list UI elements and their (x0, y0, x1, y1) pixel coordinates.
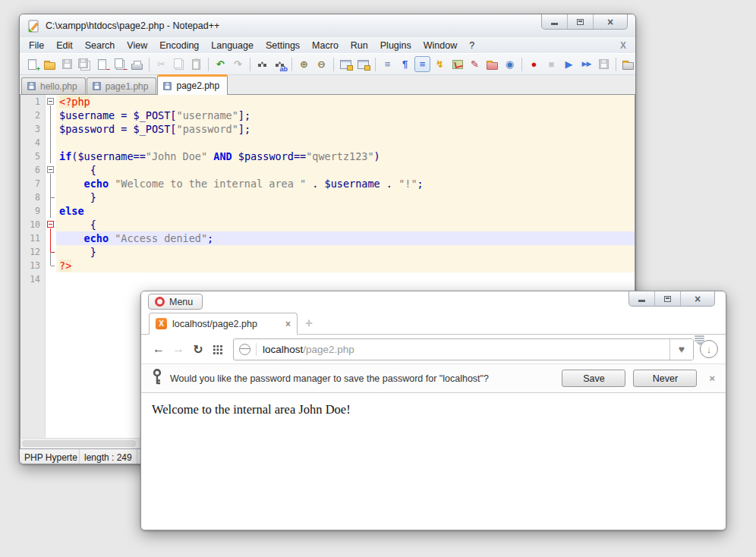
code-line-13[interactable]: 13?> (20, 259, 635, 272)
key-icon (152, 369, 162, 389)
reload-button[interactable]: ↻ (188, 342, 208, 357)
undo-button[interactable]: ↶ (213, 56, 228, 72)
back-button[interactable]: ← (149, 342, 169, 356)
document-tab-hello.php[interactable]: hello.php (21, 77, 86, 94)
close-button[interactable]: × (594, 14, 627, 29)
close-file-button[interactable]: – (94, 56, 110, 72)
fold-collapse-icon[interactable] (47, 221, 54, 228)
menu-plugins[interactable]: Plugins (374, 39, 417, 52)
site-globe-icon[interactable] (239, 344, 250, 355)
code-line-8[interactable]: 8 } (20, 190, 635, 204)
fold-collapse-icon[interactable] (47, 166, 54, 173)
code-line-10[interactable]: 10 { (20, 218, 635, 231)
maximize-button[interactable] (568, 14, 594, 29)
bookmark-heart-button[interactable]: ♥ (669, 339, 693, 360)
macro-play-icon: ▶ (565, 59, 573, 69)
menu-run[interactable]: Run (345, 39, 374, 52)
scrollbar-thumb[interactable] (22, 440, 136, 447)
save-all-button[interactable] (77, 56, 93, 72)
menu-encoding[interactable]: Encoding (153, 39, 205, 52)
indent-guide-button[interactable]: ≡ (414, 56, 430, 72)
fold-marker (46, 245, 56, 259)
code-text: { (56, 163, 635, 177)
paste-button[interactable] (188, 56, 204, 72)
macro-save-button[interactable] (596, 56, 612, 72)
menu-view[interactable]: View (121, 39, 153, 52)
fold-marker (46, 204, 56, 218)
new-file-button[interactable]: + (24, 56, 40, 72)
document-switcher-icon: ✎ (471, 59, 479, 69)
code-line-9[interactable]: 9else (20, 204, 635, 218)
fold-marker[interactable] (46, 95, 56, 109)
maximize-button[interactable] (655, 291, 681, 306)
print-button[interactable] (129, 56, 145, 72)
copy-button[interactable] (171, 56, 187, 72)
browser-tab[interactable]: X localhost/page2.php × (149, 313, 298, 335)
minimize-icon (638, 300, 645, 302)
menu-search[interactable]: Search (79, 39, 121, 52)
macro-stop-button[interactable]: ■ (543, 56, 559, 72)
save-button[interactable]: Save (562, 370, 625, 387)
speed-dial-icon[interactable] (213, 345, 222, 354)
menu-edit[interactable]: Edit (50, 39, 79, 52)
menu-file[interactable]: File (23, 39, 50, 52)
code-line-11[interactable]: 11 echo "Access denied"; (20, 231, 635, 245)
forward-button[interactable]: → (169, 342, 188, 356)
save-file-button[interactable] (59, 56, 75, 72)
word-wrap-button[interactable]: ≡ (380, 56, 395, 72)
zoom-out-button[interactable]: ⊖ (313, 56, 329, 72)
replace-button[interactable]: ab (272, 56, 288, 72)
redo-button[interactable]: ↷ (230, 56, 246, 72)
new-tab-button[interactable]: + (305, 316, 313, 331)
document-map-button[interactable] (449, 56, 465, 72)
close-button[interactable]: × (681, 291, 714, 306)
code-line-6[interactable]: 6 { (20, 163, 635, 177)
macro-run-multiple-button[interactable]: ▶▶ (578, 56, 594, 72)
code-line-4[interactable]: 4 (20, 136, 635, 149)
shortcut-mapper-button[interactable]: ↯ (432, 56, 448, 72)
code-line-7[interactable]: 7 echo "Welcome to the internal area " .… (20, 177, 635, 190)
document-tab-page2.php[interactable]: page2.php (157, 74, 228, 95)
menubar-close-icon[interactable]: X (620, 40, 626, 51)
fold-collapse-icon[interactable] (47, 98, 54, 105)
code-line-14[interactable]: 14 (20, 272, 635, 286)
show-all-characters-button[interactable]: ¶ (397, 56, 413, 72)
closed-tabs-icon[interactable] (695, 335, 704, 345)
never-button[interactable]: Never (633, 370, 697, 387)
monitoring-button[interactable]: ◉ (502, 56, 518, 72)
cut-button[interactable]: ✂ (153, 56, 169, 72)
menu-macro[interactable]: Macro (306, 39, 345, 52)
open-in-browser-button[interactable] (620, 56, 636, 72)
fold-marker[interactable] (46, 218, 56, 231)
close-all-files-button[interactable]: – (112, 56, 128, 72)
sync-vertical-scrolling-button[interactable] (338, 56, 354, 72)
document-tab-page1.php[interactable]: page1.php (87, 77, 157, 94)
tab-label: page2.php (176, 80, 219, 91)
tab-close-icon[interactable]: × (285, 319, 291, 329)
menu-language[interactable]: Language (205, 39, 260, 52)
find-button[interactable] (254, 56, 270, 72)
code-line-12[interactable]: 12 } (20, 245, 635, 259)
menu-settings[interactable]: Settings (260, 39, 306, 52)
code-line-5[interactable]: 5if($username=="John Doe" AND $password=… (20, 149, 635, 163)
macro-record-button[interactable]: ● (526, 56, 542, 72)
macro-play-button[interactable]: ▶ (561, 56, 577, 72)
cut-icon: ✂ (157, 59, 165, 69)
folder-as-workspace-button[interactable] (484, 56, 500, 72)
opera-menu-button[interactable]: Menu (148, 294, 203, 310)
minimize-button[interactable] (629, 291, 655, 306)
sync-horizontal-scrolling-button[interactable] (355, 56, 371, 72)
menu-help[interactable]: ? (463, 39, 480, 52)
infobar-close-icon[interactable]: × (709, 373, 715, 384)
minimize-button[interactable] (542, 14, 568, 29)
open-file-button[interactable] (42, 56, 58, 72)
zoom-in-icon: ⊕ (300, 59, 308, 69)
menu-window[interactable]: Window (417, 39, 463, 52)
address-bar[interactable]: localhost /page2.php ♥ (233, 338, 694, 360)
code-line-1[interactable]: 1<?php (20, 95, 635, 109)
code-line-2[interactable]: 2$username = $_POST["username"]; (20, 109, 635, 122)
fold-marker[interactable] (46, 163, 56, 177)
zoom-in-button[interactable]: ⊕ (296, 56, 312, 72)
document-switcher-button[interactable]: ✎ (467, 56, 483, 72)
code-line-3[interactable]: 3$password = $_POST["password"]; (20, 122, 635, 136)
